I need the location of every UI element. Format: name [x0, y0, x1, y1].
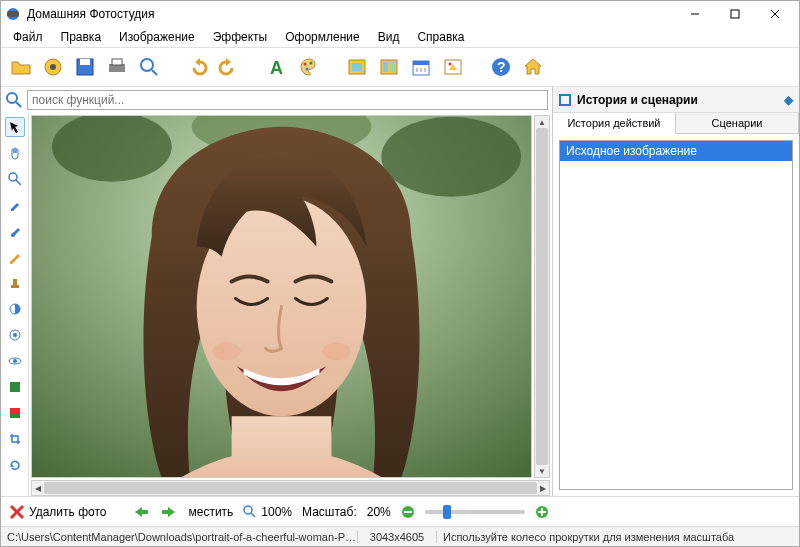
cursor-tool-icon[interactable] — [5, 117, 25, 137]
history-item[interactable]: Исходное изображение — [560, 141, 792, 161]
status-dimensions: 3043x4605 — [357, 531, 437, 543]
next-button[interactable] — [160, 505, 178, 519]
pencil-tool-icon[interactable] — [5, 247, 25, 267]
horizontal-scrollbar[interactable]: ◀ ▶ — [31, 480, 550, 496]
scroll-right-icon[interactable]: ▶ — [537, 481, 549, 495]
collage-icon[interactable] — [375, 53, 403, 81]
dropper-tool-icon[interactable] — [5, 195, 25, 215]
zoom-icon[interactable] — [135, 53, 163, 81]
panel-title: История и сценарии — [577, 93, 698, 107]
left-toolbox — [1, 113, 29, 496]
zoom-out-button[interactable] — [401, 505, 415, 519]
svg-point-59 — [244, 506, 252, 514]
svg-line-36 — [16, 180, 21, 185]
app-icon — [5, 6, 21, 22]
status-bar: C:\Users\ContentManager\Downloads\portra… — [1, 526, 799, 546]
crop-tool-icon[interactable] — [5, 429, 25, 449]
hand-tool-icon[interactable] — [5, 143, 25, 163]
open-icon[interactable] — [7, 53, 35, 81]
scroll-thumb[interactable] — [536, 128, 548, 465]
delete-photo-button[interactable]: Удалить фото — [9, 504, 106, 520]
svg-rect-37 — [11, 285, 19, 288]
zoom-slider-knob[interactable] — [443, 505, 451, 519]
tab-scenarios[interactable]: Сценарии — [676, 113, 799, 133]
menu-bar: Файл Правка Изображение Эффекты Оформлен… — [1, 27, 799, 47]
prev-button[interactable] — [132, 505, 150, 519]
text-icon[interactable]: A — [263, 53, 291, 81]
search-input[interactable] — [27, 90, 548, 110]
pin-icon[interactable]: ◆ — [784, 93, 793, 107]
svg-point-16 — [306, 68, 309, 71]
search-row — [1, 87, 552, 113]
svg-point-7 — [50, 64, 56, 70]
stamp-tool-icon[interactable] — [5, 273, 25, 293]
menu-file[interactable]: Файл — [5, 28, 51, 46]
history-panel: История и сценарии ◆ История действий Сц… — [552, 87, 799, 496]
svg-rect-44 — [10, 382, 20, 392]
calendar-icon[interactable] — [407, 53, 435, 81]
svg-rect-11 — [112, 59, 122, 65]
panel-tabs: История действий Сценарии — [553, 113, 799, 134]
print-icon[interactable] — [103, 53, 131, 81]
brightness-tool-icon[interactable] — [5, 325, 25, 345]
menu-design[interactable]: Оформление — [277, 28, 367, 46]
svg-rect-1 — [7, 11, 19, 17]
zoom-in-button[interactable] — [535, 505, 549, 519]
redo-icon[interactable] — [215, 53, 243, 81]
tab-history[interactable]: История действий — [553, 113, 676, 134]
svg-rect-22 — [390, 62, 395, 72]
svg-rect-24 — [413, 61, 429, 65]
postcard-icon[interactable] — [439, 53, 467, 81]
svg-rect-65 — [541, 508, 543, 516]
history-list[interactable]: Исходное изображение — [559, 140, 793, 490]
svg-text:?: ? — [497, 59, 506, 75]
svg-rect-38 — [13, 279, 17, 285]
menu-image[interactable]: Изображение — [111, 28, 203, 46]
main-toolbar: A ? — [1, 47, 799, 87]
scroll-left-icon[interactable]: ◀ — [32, 481, 44, 495]
color1-tool-icon[interactable] — [5, 377, 25, 397]
close-button[interactable] — [755, 3, 795, 25]
svg-rect-62 — [404, 511, 412, 513]
menu-view[interactable]: Вид — [370, 28, 408, 46]
svg-rect-19 — [352, 63, 362, 71]
svg-rect-9 — [80, 59, 90, 65]
vertical-scrollbar[interactable]: ▲ ▼ — [534, 115, 550, 478]
menu-edit[interactable]: Правка — [53, 28, 110, 46]
svg-point-41 — [13, 333, 17, 337]
frames-icon[interactable] — [343, 53, 371, 81]
zoom-slider[interactable] — [425, 510, 525, 514]
window-title: Домашняя Фотостудия — [27, 7, 675, 21]
svg-text:A: A — [270, 58, 283, 78]
palette-icon[interactable] — [295, 53, 323, 81]
svg-rect-58 — [162, 510, 168, 514]
svg-point-54 — [322, 342, 350, 360]
rotate-tool-icon[interactable] — [5, 455, 25, 475]
eye-tool-icon[interactable] — [5, 351, 25, 371]
menu-effects[interactable]: Эффекты — [205, 28, 276, 46]
svg-point-12 — [141, 59, 153, 71]
help-icon[interactable]: ? — [487, 53, 515, 81]
menu-help[interactable]: Справка — [409, 28, 472, 46]
image-canvas[interactable] — [31, 115, 532, 478]
camera-icon[interactable] — [39, 53, 67, 81]
color2-tool-icon[interactable] — [5, 403, 25, 423]
undo-icon[interactable] — [183, 53, 211, 81]
scroll-thumb-h[interactable] — [44, 482, 537, 494]
brush-tool-icon[interactable] — [5, 221, 25, 241]
maximize-button[interactable] — [715, 3, 755, 25]
svg-line-60 — [251, 513, 255, 517]
svg-line-34 — [16, 102, 21, 107]
fit-label[interactable]: местить — [188, 505, 233, 519]
zoom-tool-icon[interactable] — [5, 169, 25, 189]
contrast-tool-icon[interactable] — [5, 299, 25, 319]
scroll-down-icon[interactable]: ▼ — [535, 465, 549, 477]
minimize-button[interactable] — [675, 3, 715, 25]
scroll-up-icon[interactable]: ▲ — [535, 116, 549, 128]
zoom-100-button[interactable]: 100% — [243, 505, 292, 519]
save-icon[interactable] — [71, 53, 99, 81]
home-icon[interactable] — [519, 53, 547, 81]
svg-point-15 — [304, 63, 307, 66]
svg-point-53 — [213, 342, 241, 360]
svg-rect-57 — [142, 510, 148, 514]
